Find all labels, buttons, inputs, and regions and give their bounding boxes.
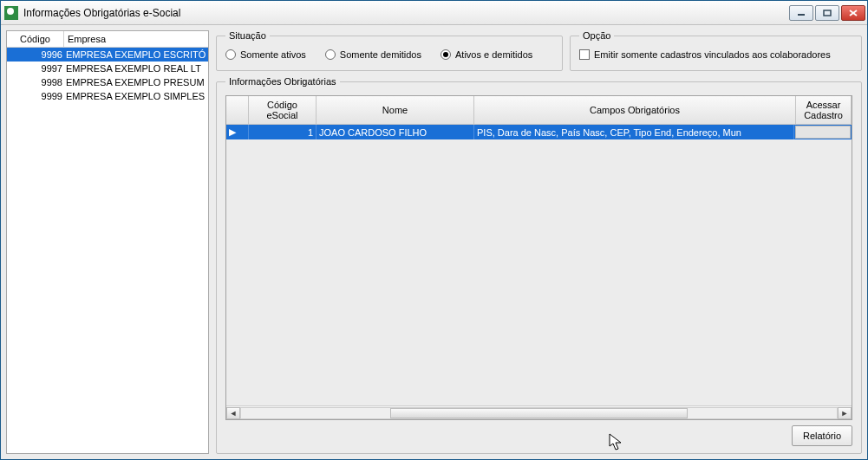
opcao-legend: Opção <box>579 30 614 41</box>
grid-horizontal-scrollbar[interactable]: ◄ ► <box>226 405 852 419</box>
opcao-group: Opção Emitir somente cadastros vinculado… <box>570 30 862 71</box>
grid-row[interactable]: ▶1JOAO CARDOSO FILHOPIS, Dara de Nasc, P… <box>226 125 852 139</box>
col-header-empresa[interactable]: Empresa <box>64 31 208 47</box>
window-buttons <box>789 5 865 21</box>
grid-header: Código eSocial Nome Campos Obrigatórios … <box>226 96 852 125</box>
company-list-header: Código Empresa <box>7 31 208 48</box>
relatorio-button[interactable]: Relatório <box>792 425 852 446</box>
radio-label-demitidos: Somente demitidos <box>340 49 421 60</box>
close-button[interactable] <box>841 5 865 21</box>
scroll-track[interactable] <box>240 407 838 419</box>
company-nome: EMPRESA EXEMPLO SIMPLES <box>64 91 208 101</box>
info-legend: Informações Obrigatórias <box>225 76 340 87</box>
cell-campos: PIS, Dara de Nasc, País Nasc, CEP, Tipo … <box>474 125 794 139</box>
company-row[interactable]: 9998EMPRESA EXEMPLO PRESUM <box>7 75 208 89</box>
cell-codigo: 1 <box>249 125 317 139</box>
company-nome: EMPRESA EXEMPLO ESCRITÓ <box>64 49 208 60</box>
row-handle[interactable]: ▶ <box>226 125 249 139</box>
company-nome: EMPRESA EXEMPLO PRESUM <box>64 77 208 87</box>
scroll-left-icon[interactable]: ◄ <box>226 407 240 419</box>
right-panel: Situação Somente ativos Somente demitido… <box>216 30 862 454</box>
situacao-group: Situação Somente ativos Somente demitido… <box>216 30 563 71</box>
company-codigo: 9998 <box>7 77 64 87</box>
company-list-body: 9996EMPRESA EXEMPLO ESCRITÓ9997EMPRESA E… <box>7 48 208 453</box>
company-codigo: 9999 <box>7 91 64 101</box>
radio-label-ambos: Ativos e demitidos <box>455 49 532 60</box>
grid-body: ▶1JOAO CARDOSO FILHOPIS, Dara de Nasc, P… <box>226 125 852 405</box>
col-header-codigo-esocial[interactable]: Código eSocial <box>249 96 317 125</box>
cell-acessar-button[interactable] <box>795 126 851 139</box>
minimize-button[interactable] <box>789 5 813 21</box>
radio-ativos-e-demitidos[interactable]: Ativos e demitidos <box>441 49 532 60</box>
info-grid[interactable]: Código eSocial Nome Campos Obrigatórios … <box>225 95 852 420</box>
col-header-acessar[interactable]: Acessar Cadastro <box>796 96 852 125</box>
checkbox-label: Emitir somente cadastros vinculados aos … <box>594 49 831 60</box>
svg-rect-1 <box>824 10 831 16</box>
info-obrigatorias-group: Informações Obrigatórias Código eSocial … <box>216 76 862 454</box>
window-frame: Informações Obrigatórias e-Social Código… <box>0 0 868 460</box>
radio-somente-demitidos[interactable]: Somente demitidos <box>325 49 421 60</box>
titlebar[interactable]: Informações Obrigatórias e-Social <box>1 1 867 25</box>
company-list[interactable]: Código Empresa 9996EMPRESA EXEMPLO ESCRI… <box>6 30 209 454</box>
scroll-thumb[interactable] <box>390 408 689 418</box>
relatorio-label: Relatório <box>803 431 841 441</box>
window-title: Informações Obrigatórias e-Social <box>23 7 789 19</box>
col-header-nome[interactable]: Nome <box>317 96 474 125</box>
maximize-button[interactable] <box>815 5 839 21</box>
checkbox-emitir-vinculados[interactable]: Emitir somente cadastros vinculados aos … <box>579 49 852 60</box>
company-codigo: 9997 <box>7 63 64 74</box>
company-nome: EMPRESA EXEMPLO REAL LT <box>64 63 208 74</box>
situacao-legend: Situação <box>225 30 270 41</box>
scroll-right-icon[interactable]: ► <box>838 407 852 419</box>
app-icon <box>4 6 18 20</box>
company-row[interactable]: 9996EMPRESA EXEMPLO ESCRITÓ <box>7 48 208 62</box>
cell-nome: JOAO CARDOSO FILHO <box>317 125 474 139</box>
radio-label-ativos: Somente ativos <box>240 49 306 60</box>
radio-somente-ativos[interactable]: Somente ativos <box>225 49 306 60</box>
company-row[interactable]: 9999EMPRESA EXEMPLO SIMPLES <box>7 89 208 103</box>
client-area: Código Empresa 9996EMPRESA EXEMPLO ESCRI… <box>1 25 867 459</box>
col-header-codigo[interactable]: Código <box>7 31 64 47</box>
col-header-handle <box>226 96 249 125</box>
company-row[interactable]: 9997EMPRESA EXEMPLO REAL LT <box>7 62 208 75</box>
company-codigo: 9996 <box>7 49 64 60</box>
col-header-campos[interactable]: Campos Obrigatórios <box>474 96 796 125</box>
